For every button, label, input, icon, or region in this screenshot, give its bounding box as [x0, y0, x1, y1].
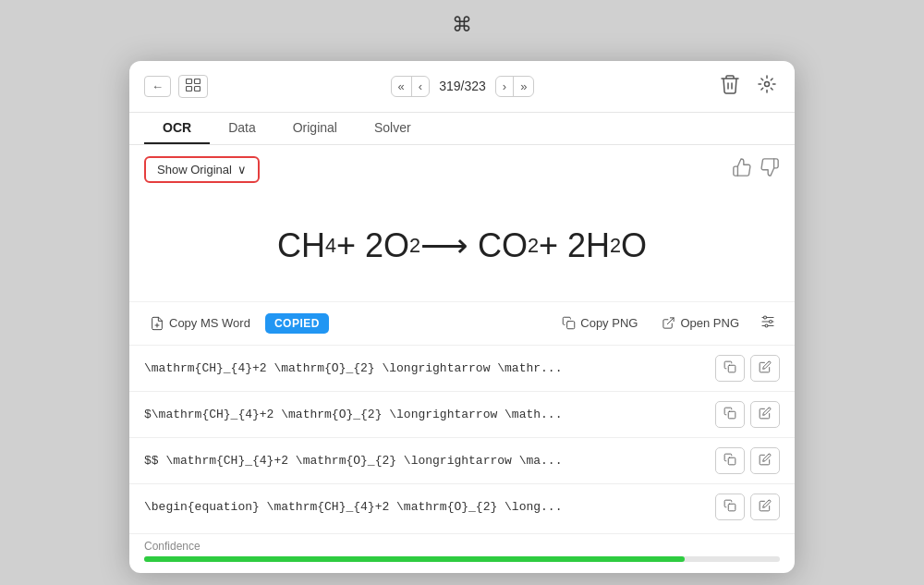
- latex-item-actions-4: [715, 494, 780, 520]
- actions-bar: Copy MS Word COPIED Copy PNG Open PNG: [129, 301, 795, 345]
- svg-point-14: [765, 324, 768, 327]
- formula-display: CH4 + 2O2 ⟶ CO2 + 2H2O: [129, 190, 795, 301]
- latex-edit-button-4[interactable]: [750, 494, 780, 520]
- nav-group-left: « ‹: [391, 76, 431, 97]
- svg-point-4: [765, 81, 770, 86]
- latex-text-3: $$ \mathrm{CH}_{4}+2 \mathrm{O}_{2} \lon…: [144, 454, 708, 468]
- latex-list: \mathrm{CH}_{4}+2 \mathrm{O}_{2} \longri…: [129, 345, 795, 533]
- confidence-track: [144, 556, 780, 562]
- svg-rect-2: [187, 86, 192, 91]
- tab-ocr[interactable]: OCR: [144, 113, 210, 144]
- copied-badge: COPIED: [265, 313, 329, 334]
- svg-rect-15: [728, 365, 736, 372]
- tab-data[interactable]: Data: [210, 113, 274, 144]
- next-page-button[interactable]: ›: [496, 77, 514, 96]
- open-png-label: Open PNG: [680, 316, 739, 330]
- copy-png-label: Copy PNG: [580, 316, 638, 330]
- latex-edit-button-2[interactable]: [750, 401, 780, 428]
- first-page-button[interactable]: «: [392, 77, 412, 96]
- confidence-label: Confidence: [144, 540, 780, 553]
- latex-copy-button-3[interactable]: [715, 447, 745, 474]
- svg-rect-3: [195, 86, 201, 91]
- content-area: Show Original ∨: [129, 145, 795, 190]
- show-original-label: Show Original: [157, 163, 232, 177]
- latex-edit-button-3[interactable]: [750, 447, 780, 474]
- layout-button[interactable]: [178, 75, 208, 98]
- svg-rect-1: [195, 79, 201, 83]
- open-png-button[interactable]: Open PNG: [654, 312, 747, 334]
- prev-page-button[interactable]: ‹: [412, 77, 429, 96]
- copy-ms-word-button[interactable]: Copy MS Word: [144, 312, 256, 335]
- latex-copy-button-2[interactable]: [715, 401, 745, 428]
- page-counter: 319/323: [430, 79, 495, 93]
- toolbar-left: ←: [144, 75, 208, 98]
- svg-rect-0: [187, 79, 192, 83]
- latex-item-actions-1: [715, 355, 780, 382]
- latex-item-actions-2: [715, 401, 780, 428]
- main-window: ← « ‹ 319/323 › »: [129, 61, 795, 573]
- svg-line-8: [668, 318, 675, 324]
- copy-ms-word-label: Copy MS Word: [169, 316, 250, 330]
- output-settings-button[interactable]: [756, 310, 780, 337]
- show-original-button[interactable]: Show Original ∨: [144, 156, 260, 183]
- latex-copy-button-4[interactable]: [715, 494, 745, 520]
- list-item: \mathrm{CH}_{4}+2 \mathrm{O}_{2} \longri…: [129, 345, 795, 391]
- thumbs-up-button[interactable]: [732, 157, 752, 182]
- tabs-bar: OCR Data Original Solver: [129, 113, 795, 145]
- svg-rect-16: [728, 411, 736, 419]
- svg-rect-18: [728, 504, 736, 511]
- feedback-row: [732, 157, 780, 182]
- latex-text-4: \begin{equation} \mathrm{CH}_{4}+2 \math…: [144, 500, 708, 514]
- copy-png-button[interactable]: Copy PNG: [554, 312, 645, 334]
- svg-point-13: [770, 320, 772, 323]
- list-item: $\mathrm{CH}_{4}+2 \mathrm{O}_{2} \longr…: [129, 391, 795, 437]
- svg-point-12: [764, 316, 767, 319]
- nav-group-right: › »: [495, 76, 535, 97]
- latex-text-2: $\mathrm{CH}_{4}+2 \mathrm{O}_{2} \longr…: [144, 408, 708, 421]
- thumbs-down-button[interactable]: [760, 157, 780, 182]
- last-page-button[interactable]: »: [514, 77, 533, 96]
- delete-button[interactable]: [717, 70, 743, 103]
- toolbar-center: « ‹ 319/323 › »: [215, 76, 710, 97]
- toolbar-right: [717, 70, 780, 103]
- latex-text-1: \mathrm{CH}_{4}+2 \mathrm{O}_{2} \longri…: [144, 361, 708, 375]
- tab-original[interactable]: Original: [274, 113, 356, 144]
- settings-button[interactable]: [754, 71, 780, 102]
- confidence-section: Confidence: [129, 533, 795, 573]
- tab-solver[interactable]: Solver: [356, 113, 430, 144]
- chevron-down-icon: ∨: [237, 163, 247, 177]
- back-button[interactable]: ←: [144, 76, 171, 97]
- latex-item-actions-3: [715, 447, 780, 474]
- list-item: $$ \mathrm{CH}_{4}+2 \mathrm{O}_{2} \lon…: [129, 437, 795, 483]
- latex-edit-button-1[interactable]: [750, 355, 780, 382]
- list-item: \begin{equation} \mathrm{CH}_{4}+2 \math…: [129, 483, 795, 530]
- svg-rect-7: [567, 322, 575, 329]
- confidence-fill: [144, 556, 685, 562]
- app-icon: ⌘: [452, 13, 472, 37]
- toolbar: ← « ‹ 319/323 › »: [129, 61, 795, 113]
- latex-copy-button-1[interactable]: [715, 355, 745, 382]
- svg-rect-17: [728, 457, 736, 465]
